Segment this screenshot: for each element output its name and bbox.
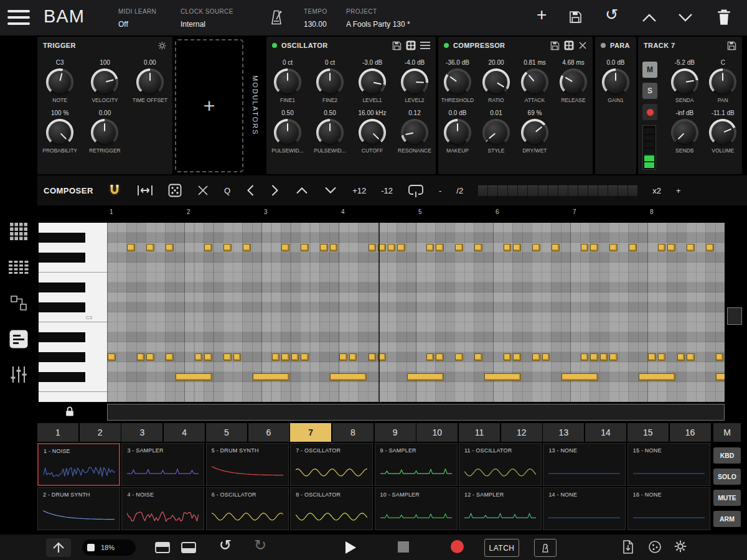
redo-icon[interactable]: ↻	[254, 538, 266, 553]
knob[interactable]	[91, 119, 118, 146]
tool-clear-icon[interactable]	[197, 184, 209, 197]
pattern-step-3[interactable]: 3	[121, 423, 162, 442]
midi-note[interactable]	[127, 244, 135, 251]
tool-shift-up-icon[interactable]	[295, 185, 309, 195]
pattern-cell-13[interactable]: 13 - NONE	[543, 443, 626, 486]
knob[interactable]	[709, 119, 736, 146]
para-enabled-led[interactable]	[601, 43, 606, 48]
tool-transpose-up[interactable]: +12	[352, 186, 366, 195]
project-field[interactable]: PROJECT A Fools Party 130 *	[346, 8, 410, 29]
piano-key[interactable]	[39, 233, 107, 243]
knob[interactable]	[91, 68, 118, 96]
add-button[interactable]: +	[537, 5, 547, 25]
pattern-cell-8[interactable]: 8 - OSCILLATOR	[290, 487, 373, 530]
latch-button[interactable]: LATCH	[484, 539, 519, 557]
piano-key[interactable]	[39, 282, 107, 292]
pattern-step-14[interactable]: 14	[585, 423, 626, 442]
knob[interactable]	[560, 68, 587, 96]
midi-note[interactable]	[436, 244, 444, 251]
knob-dry-wet[interactable]: 69 %DRY/WET	[521, 110, 548, 154]
midi-note[interactable]	[233, 353, 242, 361]
track-solo-button[interactable]: S	[642, 83, 657, 99]
tool-length-half[interactable]: /2	[456, 186, 463, 195]
knob[interactable]	[521, 68, 548, 96]
knob[interactable]	[482, 68, 510, 96]
midi-note[interactable]	[204, 353, 212, 361]
knob-release[interactable]: 4.68 msRELEASE	[560, 59, 587, 103]
pattern-step-10[interactable]: 10	[416, 423, 458, 442]
knob-makeup[interactable]: 0.0 dBMAKEUP	[444, 110, 471, 154]
button-arm[interactable]: ARM	[713, 511, 741, 527]
knob-note[interactable]: C3NOTE	[46, 59, 73, 103]
pattern-cell-12[interactable]: 12 - SAMPLER	[459, 487, 542, 530]
tool-stretch-icon[interactable]	[137, 184, 153, 197]
knob-sendb[interactable]: -inf dBSENDB	[671, 110, 698, 154]
knob-pan[interactable]: CPAN	[709, 59, 736, 103]
tool-randomize-icon[interactable]	[168, 184, 182, 197]
loop-length-segment[interactable]	[518, 185, 527, 196]
pattern-step-4[interactable]: 4	[164, 423, 205, 442]
save-preset-icon[interactable]	[727, 41, 736, 50]
knob[interactable]	[46, 119, 73, 146]
knob-ratio[interactable]: 20.00RATIO	[482, 59, 510, 103]
pattern-step-6[interactable]: 6	[248, 423, 289, 442]
save-icon[interactable]	[569, 11, 582, 26]
knob[interactable]	[671, 119, 698, 146]
sidebar-item-step-view[interactable]	[0, 254, 37, 281]
midi-note[interactable]	[513, 244, 521, 251]
compressor-enabled-led[interactable]	[444, 43, 449, 48]
midi-note[interactable]	[426, 353, 435, 361]
midi-note[interactable]	[552, 244, 560, 251]
loop-length-segment[interactable]	[588, 185, 598, 196]
loop-length-segment[interactable]	[488, 185, 497, 196]
midi-note[interactable]	[330, 373, 367, 381]
midi-note[interactable]	[581, 244, 589, 251]
midi-note[interactable]	[369, 353, 377, 361]
loop-length-segment[interactable]	[628, 185, 637, 196]
pattern-step-5[interactable]: 5	[206, 423, 247, 442]
export-icon[interactable]	[621, 539, 635, 554]
midi-note[interactable]	[204, 244, 212, 251]
pattern-step-11[interactable]: 11	[459, 423, 500, 442]
knob-level2[interactable]: -4.0 dBLEVEL2	[401, 59, 428, 103]
undo-icon[interactable]: ↺	[219, 538, 232, 553]
layout-bottom-icon[interactable]	[181, 541, 197, 554]
play-button[interactable]	[344, 540, 357, 555]
pattern-cell-9[interactable]: 9 - SAMPLER	[375, 443, 458, 486]
piano-key[interactable]	[39, 332, 107, 342]
midi-note[interactable]	[658, 244, 666, 251]
tool-shift-right-icon[interactable]	[270, 184, 280, 197]
midi-note[interactable]	[397, 244, 405, 251]
midi-note[interactable]	[687, 353, 695, 361]
knob[interactable]	[274, 68, 301, 96]
knob[interactable]	[444, 68, 471, 96]
record-button[interactable]	[451, 540, 464, 553]
midi-note[interactable]	[455, 353, 463, 361]
piano-key[interactable]	[39, 312, 107, 322]
piano-key[interactable]	[39, 362, 107, 372]
knob[interactable]	[482, 119, 510, 146]
midi-note[interactable]	[590, 353, 598, 361]
loop-length-segment[interactable]	[508, 185, 517, 196]
midi-note[interactable]	[484, 373, 521, 381]
piano-key[interactable]	[39, 243, 107, 253]
knob[interactable]	[359, 119, 386, 146]
midi-note[interactable]	[609, 353, 618, 361]
knob-velocity[interactable]: 100VELOCITY	[91, 59, 118, 103]
pattern-cell-2[interactable]: 2 - DRUM SYNTH	[37, 487, 120, 530]
midi-note[interactable]	[349, 353, 357, 361]
loop-length-segment[interactable]	[568, 185, 578, 196]
midi-note[interactable]	[330, 244, 338, 251]
knob-gain1[interactable]: 0.0 dBGAIN1	[602, 59, 629, 103]
menu-icon[interactable]	[7, 10, 30, 26]
close-icon[interactable]	[578, 41, 587, 50]
piano-key[interactable]	[39, 382, 107, 392]
knob-senda[interactable]: -5.2 dBSENDA	[671, 59, 698, 103]
piano-key[interactable]	[39, 223, 107, 233]
sidebar-item-mixer-view[interactable]	[0, 361, 37, 388]
midi-note[interactable]	[436, 353, 444, 361]
piano-key[interactable]	[39, 372, 107, 382]
midi-note[interactable]	[532, 353, 540, 361]
piano-key[interactable]	[39, 253, 107, 263]
piano-key[interactable]	[39, 263, 107, 273]
